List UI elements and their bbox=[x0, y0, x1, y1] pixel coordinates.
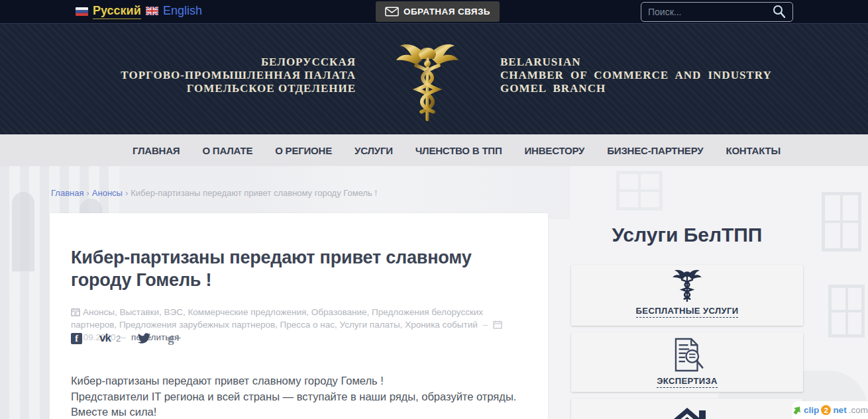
vk-icon: vk bbox=[99, 332, 111, 345]
sidebar-title: Услуги БелТПП bbox=[571, 224, 803, 246]
feedback-button[interactable]: ОБРАТНАЯ СВЯЗЬ bbox=[376, 1, 500, 22]
nav-item-investor[interactable]: ИНВЕСТОРУ bbox=[525, 145, 585, 156]
vk-share-button[interactable]: vk 2 bbox=[99, 332, 121, 345]
clip2net-watermark: clip2net.com bbox=[792, 401, 868, 419]
sidebar-card-expertise[interactable]: ЭКСПЕРТИЗА bbox=[571, 332, 803, 392]
background-arch bbox=[12, 192, 34, 271]
googleplus-icon: g+ bbox=[168, 331, 181, 346]
article-body-line2: Представители IT региона и всей страны —… bbox=[71, 389, 535, 419]
nav-item-contacts[interactable]: КОНТАКТЫ bbox=[726, 145, 780, 156]
watermark-clip: clip bbox=[804, 405, 819, 415]
clip2net-arrow-icon bbox=[792, 406, 802, 415]
category-link[interactable]: Предложения зарубежных партнеров, bbox=[119, 320, 280, 330]
category-link[interactable]: Выставки, bbox=[119, 307, 164, 317]
nav-item-business-partner[interactable]: БИЗНЕС-ПАРТНЕРУ bbox=[607, 145, 703, 156]
article-body: Кибер-партизаны передают привет славному… bbox=[71, 373, 535, 419]
nav-item-home[interactable]: ГЛАВНАЯ bbox=[133, 145, 180, 156]
language-russian-label: Русский bbox=[93, 4, 141, 19]
twitter-icon bbox=[138, 333, 150, 344]
caduceus-icon bbox=[672, 269, 702, 303]
search-input[interactable] bbox=[648, 7, 771, 17]
expertise-label: ЭКСПЕРТИЗА bbox=[657, 376, 718, 388]
category-link[interactable]: Хроника событий bbox=[405, 320, 478, 330]
facebook-share-button[interactable]: f bbox=[71, 333, 82, 344]
breadcrumb-separator: › bbox=[125, 188, 128, 198]
nav-item-about-chamber[interactable]: О ПАЛАТЕ bbox=[202, 145, 252, 156]
sidebar-card-free-services[interactable]: БЕСПЛАТНЫЕ УСЛУГИ bbox=[571, 265, 803, 326]
nav-item-membership[interactable]: ЧЛЕНСТВО В ТПП bbox=[415, 145, 502, 156]
category-link[interactable]: Услуги палаты, bbox=[340, 320, 406, 330]
top-bar: Русский English ОБРАТНАЯ СВЯЗЬ bbox=[0, 0, 868, 23]
background-window bbox=[822, 192, 861, 252]
envelope-icon bbox=[385, 7, 399, 17]
search-box bbox=[641, 2, 793, 22]
page: Русский English ОБРАТНАЯ СВЯЗЬ БЕЛОРУССК… bbox=[0, 0, 868, 419]
site-title-russian: БЕЛОРУССКАЯ ТОРГОВО-ПРОМЫШЛЕННАЯ ПАЛАТА … bbox=[0, 56, 356, 95]
breadcrumb-current: Кибер-партизаны передают привет славному… bbox=[131, 188, 377, 198]
feedback-button-label: ОБРАТНАЯ СВЯЗЬ bbox=[404, 7, 490, 17]
category-link[interactable]: ВЭС, bbox=[164, 307, 188, 317]
sidebar-card-third[interactable] bbox=[571, 398, 803, 419]
caduceus-logo-icon bbox=[395, 42, 460, 124]
category-link[interactable]: Анонсы, bbox=[83, 307, 119, 317]
watermark-two: 2 bbox=[821, 405, 831, 415]
site-title-en-line3: GOMEL BRANCH bbox=[500, 82, 785, 95]
social-share-row: f vk 2 g+ bbox=[71, 331, 181, 346]
vk-share-count: 2 bbox=[116, 334, 121, 344]
site-title-en-line2: CHAMBER OF COMMERCE AND INDUSTRY bbox=[500, 69, 785, 82]
site-header: БЕЛОРУССКАЯ ТОРГОВО-ПРОМЫШЛЕННАЯ ПАЛАТА … bbox=[0, 23, 868, 134]
main-navigation: ГЛАВНАЯ О ПАЛАТЕ О РЕГИОНЕ УСЛУГИ ЧЛЕНСТ… bbox=[0, 134, 868, 166]
category-link[interactable]: Образование, bbox=[311, 307, 372, 317]
category-links: Анонсы, Выставки, ВЭС, Коммерческие пред… bbox=[71, 307, 483, 330]
category-link[interactable]: Коммерческие предложения, bbox=[188, 307, 311, 317]
language-english-label: English bbox=[163, 4, 202, 18]
breadcrumb-home-link[interactable]: Главная bbox=[51, 188, 83, 198]
facebook-icon: f bbox=[71, 333, 82, 344]
nav-item-about-region[interactable]: О РЕГИОНЕ bbox=[275, 145, 332, 156]
article-title: Кибер-партизаны передают привет славному… bbox=[71, 246, 521, 291]
breadcrumb-section-link[interactable]: Анонсы bbox=[92, 188, 123, 198]
site-title-ru-line2: ТОРГОВО-ПРОМЫШЛЕННАЯ ПАЛАТА bbox=[0, 69, 356, 82]
site-title-en-line1: BELARUSIAN bbox=[500, 56, 785, 69]
googleplus-share-button[interactable]: g+ bbox=[168, 331, 181, 346]
category-link[interactable]: Пресса о нас, bbox=[280, 320, 340, 330]
document-search-icon bbox=[667, 336, 708, 373]
background-window bbox=[828, 285, 865, 338]
language-switch-english[interactable]: English bbox=[146, 4, 202, 18]
breadcrumb: Главная›Анонсы›Кибер-партизаны передают … bbox=[51, 188, 377, 198]
uk-flag-icon bbox=[146, 7, 158, 15]
watermark-com: .com bbox=[849, 405, 868, 415]
house-icon bbox=[655, 402, 719, 419]
background-window bbox=[616, 171, 663, 210]
categories-icon bbox=[71, 308, 80, 316]
russian-flag-icon bbox=[76, 7, 88, 16]
calendar-icon bbox=[493, 320, 502, 329]
search-icon[interactable] bbox=[771, 4, 787, 20]
watermark-net: net bbox=[833, 405, 846, 415]
site-title-ru-line1: БЕЛОРУССКАЯ bbox=[0, 56, 356, 69]
breadcrumb-separator: › bbox=[86, 188, 89, 198]
twitter-share-button[interactable] bbox=[138, 333, 150, 344]
site-title-english: BELARUSIAN CHAMBER OF COMMERCE AND INDUS… bbox=[500, 56, 785, 95]
nav-item-services[interactable]: УСЛУГИ bbox=[354, 145, 393, 156]
article-card: Кибер-партизаны передают привет славному… bbox=[50, 213, 548, 419]
meta-dash: – bbox=[483, 320, 488, 330]
article-body-line1: Кибер-партизаны передают привет славному… bbox=[71, 373, 535, 389]
free-services-label: БЕСПЛАТНЫЕ УСЛУГИ bbox=[636, 306, 739, 318]
language-switch-russian[interactable]: Русский bbox=[76, 4, 141, 19]
site-title-ru-line3: ГОМЕЛЬСКОЕ ОТДЕЛЕНИЕ bbox=[0, 82, 356, 95]
